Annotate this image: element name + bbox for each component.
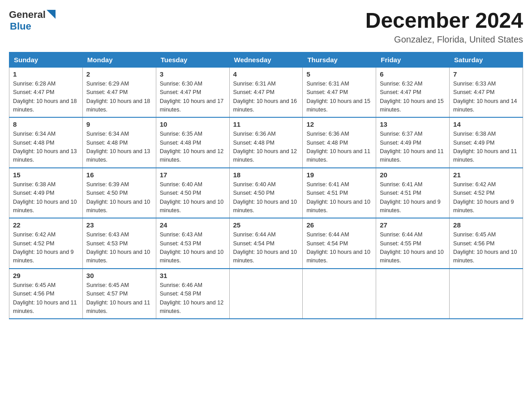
calendar-week-row: 29 Sunrise: 6:45 AMSunset: 4:56 PMDaylig… — [9, 269, 523, 319]
day-number: 19 — [306, 171, 372, 179]
day-info: Sunrise: 6:44 AMSunset: 4:54 PMDaylight:… — [306, 231, 370, 264]
day-info: Sunrise: 6:38 AMSunset: 4:49 PMDaylight:… — [13, 181, 77, 214]
calendar-cell: 21 Sunrise: 6:42 AMSunset: 4:52 PMDaylig… — [450, 168, 523, 218]
day-info: Sunrise: 6:39 AMSunset: 4:50 PMDaylight:… — [86, 181, 150, 214]
calendar-cell: 3 Sunrise: 6:30 AMSunset: 4:47 PMDayligh… — [156, 67, 229, 117]
calendar-cell — [303, 269, 376, 319]
day-info: Sunrise: 6:34 AMSunset: 4:48 PMDaylight:… — [86, 131, 150, 163]
day-info: Sunrise: 6:37 AMSunset: 4:49 PMDaylight:… — [380, 131, 443, 163]
day-header-friday: Friday — [376, 52, 450, 67]
day-number: 8 — [13, 120, 79, 128]
day-header-tuesday: Tuesday — [156, 52, 229, 67]
calendar-cell: 9 Sunrise: 6:34 AMSunset: 4:48 PMDayligh… — [82, 117, 156, 168]
calendar-cell: 1 Sunrise: 6:28 AMSunset: 4:47 PMDayligh… — [9, 67, 83, 117]
day-info: Sunrise: 6:45 AMSunset: 4:57 PMDaylight:… — [86, 282, 150, 314]
calendar-cell — [376, 269, 450, 319]
day-info: Sunrise: 6:43 AMSunset: 4:53 PMDaylight:… — [86, 231, 150, 264]
day-info: Sunrise: 6:33 AMSunset: 4:47 PMDaylight:… — [453, 81, 517, 113]
day-number: 23 — [86, 221, 152, 229]
day-info: Sunrise: 6:41 AMSunset: 4:51 PMDaylight:… — [380, 181, 441, 214]
page-header: General Blue December 2024 Gonzalez, Flo… — [9, 9, 523, 45]
day-number: 21 — [453, 171, 519, 179]
day-number: 5 — [306, 70, 372, 78]
calendar-cell: 25 Sunrise: 6:44 AMSunset: 4:54 PMDaylig… — [229, 218, 303, 269]
logo-blue-text: Blue — [10, 21, 31, 32]
title-area: December 2024 Gonzalez, Florida, United … — [365, 9, 523, 45]
calendar-cell: 22 Sunrise: 6:42 AMSunset: 4:52 PMDaylig… — [9, 218, 83, 269]
logo-arrow-icon — [47, 10, 56, 19]
calendar-cell: 12 Sunrise: 6:36 AMSunset: 4:48 PMDaylig… — [303, 117, 376, 168]
day-number: 4 — [233, 70, 299, 78]
calendar-week-row: 1 Sunrise: 6:28 AMSunset: 4:47 PMDayligh… — [9, 67, 523, 117]
day-number: 1 — [13, 70, 79, 78]
calendar-week-row: 22 Sunrise: 6:42 AMSunset: 4:52 PMDaylig… — [9, 218, 523, 269]
day-info: Sunrise: 6:45 AMSunset: 4:56 PMDaylight:… — [13, 282, 77, 314]
month-title: December 2024 — [365, 9, 523, 33]
day-number: 30 — [86, 272, 152, 279]
calendar-cell: 7 Sunrise: 6:33 AMSunset: 4:47 PMDayligh… — [450, 67, 523, 117]
calendar-table: SundayMondayTuesdayWednesdayThursdayFrid… — [9, 52, 523, 320]
calendar-cell: 4 Sunrise: 6:31 AMSunset: 4:47 PMDayligh… — [229, 67, 303, 117]
calendar-cell: 20 Sunrise: 6:41 AMSunset: 4:51 PMDaylig… — [376, 168, 450, 218]
day-info: Sunrise: 6:30 AMSunset: 4:47 PMDaylight:… — [160, 81, 223, 113]
calendar-cell: 29 Sunrise: 6:45 AMSunset: 4:56 PMDaylig… — [9, 269, 83, 319]
calendar-cell: 11 Sunrise: 6:36 AMSunset: 4:48 PMDaylig… — [229, 117, 303, 168]
day-info: Sunrise: 6:34 AMSunset: 4:48 PMDaylight:… — [13, 131, 77, 163]
calendar-cell: 31 Sunrise: 6:46 AMSunset: 4:58 PMDaylig… — [156, 269, 229, 319]
calendar-cell — [450, 269, 523, 319]
svg-marker-0 — [47, 10, 56, 19]
day-info: Sunrise: 6:44 AMSunset: 4:54 PMDaylight:… — [233, 231, 297, 264]
calendar-cell: 15 Sunrise: 6:38 AMSunset: 4:49 PMDaylig… — [9, 168, 83, 218]
day-info: Sunrise: 6:31 AMSunset: 4:47 PMDaylight:… — [233, 81, 297, 113]
day-info: Sunrise: 6:28 AMSunset: 4:47 PMDaylight:… — [13, 81, 77, 113]
day-info: Sunrise: 6:41 AMSunset: 4:51 PMDaylight:… — [306, 181, 370, 214]
day-info: Sunrise: 6:32 AMSunset: 4:47 PMDaylight:… — [380, 81, 443, 113]
calendar-cell: 26 Sunrise: 6:44 AMSunset: 4:54 PMDaylig… — [303, 218, 376, 269]
day-number: 25 — [233, 221, 299, 229]
day-info: Sunrise: 6:29 AMSunset: 4:47 PMDaylight:… — [86, 81, 150, 113]
calendar-cell — [229, 269, 303, 319]
day-number: 26 — [306, 221, 372, 229]
day-number: 16 — [86, 171, 152, 179]
calendar-cell: 19 Sunrise: 6:41 AMSunset: 4:51 PMDaylig… — [303, 168, 376, 218]
day-number: 10 — [160, 120, 226, 128]
calendar-week-row: 15 Sunrise: 6:38 AMSunset: 4:49 PMDaylig… — [9, 168, 523, 218]
day-header-monday: Monday — [82, 52, 156, 67]
calendar-cell: 24 Sunrise: 6:43 AMSunset: 4:53 PMDaylig… — [156, 218, 229, 269]
day-header-saturday: Saturday — [450, 52, 523, 67]
day-number: 22 — [13, 221, 79, 229]
day-number: 2 — [86, 70, 152, 78]
calendar-cell: 6 Sunrise: 6:32 AMSunset: 4:47 PMDayligh… — [376, 67, 450, 117]
day-info: Sunrise: 6:36 AMSunset: 4:48 PMDaylight:… — [306, 131, 370, 163]
logo: General Blue — [9, 9, 56, 32]
day-info: Sunrise: 6:31 AMSunset: 4:47 PMDaylight:… — [306, 81, 370, 113]
day-info: Sunrise: 6:42 AMSunset: 4:52 PMDaylight:… — [13, 231, 74, 264]
day-number: 12 — [306, 120, 372, 128]
day-info: Sunrise: 6:43 AMSunset: 4:53 PMDaylight:… — [160, 231, 223, 264]
day-number: 9 — [86, 120, 152, 128]
day-info: Sunrise: 6:46 AMSunset: 4:58 PMDaylight:… — [160, 282, 223, 314]
calendar-cell: 13 Sunrise: 6:37 AMSunset: 4:49 PMDaylig… — [376, 117, 450, 168]
day-number: 31 — [160, 272, 226, 279]
day-info: Sunrise: 6:38 AMSunset: 4:49 PMDaylight:… — [453, 131, 517, 163]
day-number: 17 — [160, 171, 226, 179]
day-number: 18 — [233, 171, 299, 179]
day-number: 13 — [380, 120, 446, 128]
day-info: Sunrise: 6:42 AMSunset: 4:52 PMDaylight:… — [453, 181, 514, 214]
day-info: Sunrise: 6:36 AMSunset: 4:48 PMDaylight:… — [233, 131, 297, 163]
location-subtitle: Gonzalez, Florida, United States — [365, 34, 523, 45]
calendar-cell: 5 Sunrise: 6:31 AMSunset: 4:47 PMDayligh… — [303, 67, 376, 117]
day-number: 3 — [160, 70, 226, 78]
calendar-cell: 30 Sunrise: 6:45 AMSunset: 4:57 PMDaylig… — [82, 269, 156, 319]
calendar-cell: 16 Sunrise: 6:39 AMSunset: 4:50 PMDaylig… — [82, 168, 156, 218]
day-header-wednesday: Wednesday — [229, 52, 303, 67]
day-info: Sunrise: 6:40 AMSunset: 4:50 PMDaylight:… — [160, 181, 223, 214]
calendar-header-row: SundayMondayTuesdayWednesdayThursdayFrid… — [9, 52, 523, 67]
day-number: 11 — [233, 120, 299, 128]
calendar-cell: 17 Sunrise: 6:40 AMSunset: 4:50 PMDaylig… — [156, 168, 229, 218]
day-info: Sunrise: 6:40 AMSunset: 4:50 PMDaylight:… — [233, 181, 297, 214]
day-number: 29 — [13, 272, 79, 279]
day-number: 15 — [13, 171, 79, 179]
calendar-cell: 27 Sunrise: 6:44 AMSunset: 4:55 PMDaylig… — [376, 218, 450, 269]
calendar-cell: 23 Sunrise: 6:43 AMSunset: 4:53 PMDaylig… — [82, 218, 156, 269]
